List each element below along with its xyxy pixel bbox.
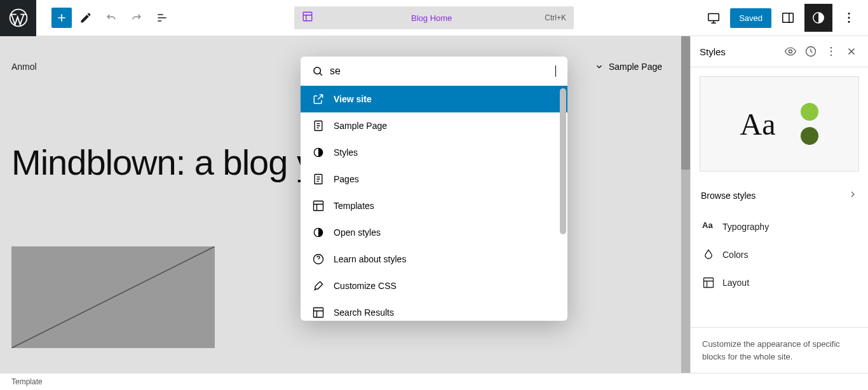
- command-item-0[interactable]: View site: [301, 86, 567, 112]
- layout-item[interactable]: Layout: [691, 269, 868, 297]
- document-overview-button[interactable]: [151, 6, 173, 29]
- shortcut-hint: Ctrl+K: [545, 13, 566, 22]
- command-item-6[interactable]: Learn about styles: [301, 246, 567, 272]
- redo-button[interactable]: [125, 6, 148, 29]
- save-button[interactable]: Saved: [730, 8, 771, 28]
- revisions-button[interactable]: [803, 44, 818, 59]
- svg-point-5: [848, 13, 850, 15]
- svg-point-10: [831, 47, 832, 48]
- color-preview: [801, 103, 818, 145]
- sidebar-title: Styles: [700, 46, 783, 57]
- template-icon: [302, 11, 313, 25]
- command-item-4[interactable]: Templates: [301, 192, 567, 219]
- svg-rect-3: [783, 13, 794, 23]
- command-item-2[interactable]: Styles: [301, 139, 567, 166]
- command-item-5[interactable]: Open styles: [301, 219, 567, 246]
- template-name: Blog Home: [318, 13, 545, 23]
- svg-point-14: [314, 67, 321, 74]
- topbar: Blog Home Ctrl+K Saved: [0, 0, 868, 36]
- color-dot-2: [801, 127, 818, 145]
- svg-point-12: [831, 55, 832, 56]
- command-list: View siteSample PageStylesPagesTemplates…: [301, 86, 567, 321]
- command-scrollbar[interactable]: [559, 88, 567, 314]
- text-caret: [555, 65, 556, 77]
- more-options-button[interactable]: [835, 4, 863, 32]
- svg-rect-21: [314, 308, 323, 318]
- svg-point-6: [848, 17, 850, 19]
- command-search-row: [301, 57, 567, 86]
- more-styles-button[interactable]: [824, 44, 839, 59]
- command-item-8[interactable]: Search Results: [301, 299, 567, 321]
- toolbar-right: Saved: [700, 4, 868, 32]
- svg-rect-1: [303, 12, 312, 21]
- search-icon: [312, 65, 323, 77]
- colors-item[interactable]: Colors: [691, 241, 868, 269]
- command-item-1[interactable]: Sample Page: [301, 112, 567, 139]
- layout-icon: [702, 276, 715, 289]
- template-selector[interactable]: Blog Home Ctrl+K: [294, 6, 574, 29]
- style-panel-list: Aa Typography Colors Layout: [691, 210, 868, 299]
- command-item-7[interactable]: Customize CSS: [301, 272, 567, 299]
- style-preview[interactable]: Aa: [700, 76, 859, 171]
- styles-sidebar: Styles Aa Browse styles Aa Typography: [690, 36, 868, 373]
- svg-point-11: [831, 51, 832, 52]
- svg-point-7: [848, 21, 850, 23]
- svg-point-8: [789, 50, 792, 53]
- color-dot-1: [801, 103, 818, 121]
- drop-icon: [702, 248, 715, 261]
- styles-panel-button[interactable]: [804, 4, 832, 32]
- bottombar: Template: [0, 373, 868, 390]
- chevron-right-icon: [848, 189, 858, 201]
- style-book-button[interactable]: [783, 44, 798, 59]
- command-palette: View siteSample PageStylesPagesTemplates…: [301, 57, 567, 321]
- close-sidebar-button[interactable]: [844, 44, 859, 59]
- svg-rect-13: [704, 278, 714, 288]
- typography-item[interactable]: Aa Typography: [691, 213, 868, 241]
- browse-styles-label: Browse styles: [701, 191, 756, 201]
- typography-preview: Aa: [740, 107, 776, 142]
- svg-rect-2: [709, 14, 719, 21]
- typography-icon: Aa: [702, 220, 715, 233]
- toolbar-left: [36, 6, 173, 29]
- browse-styles-row[interactable]: Browse styles: [691, 180, 868, 210]
- view-button[interactable]: [700, 4, 728, 32]
- undo-button[interactable]: [100, 6, 123, 29]
- command-search-input[interactable]: [330, 65, 555, 77]
- sidebar-footer: Customize the appearance of specific blo…: [691, 327, 868, 373]
- add-block-button[interactable]: [51, 8, 72, 28]
- breadcrumb[interactable]: Template: [11, 377, 43, 386]
- wp-logo[interactable]: [0, 0, 36, 36]
- command-item-3[interactable]: Pages: [301, 166, 567, 192]
- svg-rect-18: [314, 201, 323, 211]
- sidebar-header: Styles: [691, 36, 868, 67]
- edit-tool-button[interactable]: [74, 6, 97, 29]
- settings-panel-button[interactable]: [774, 4, 802, 32]
